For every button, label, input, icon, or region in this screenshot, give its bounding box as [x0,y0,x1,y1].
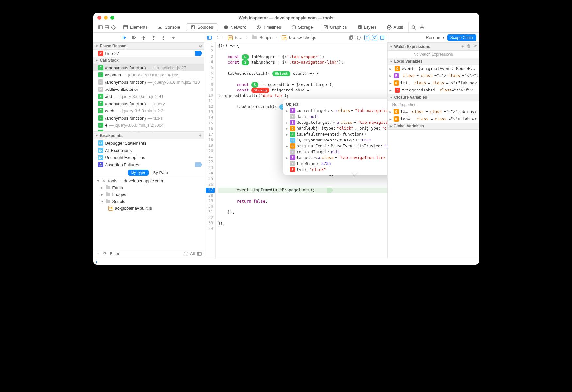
global-variables-header[interactable]: ▶Global Variables [388,122,479,130]
breadcrumb-file[interactable]: tab-switcher.js [289,35,316,40]
call-stack-frame[interactable]: F(anonymous function) — jquery [93,129,204,131]
tab-audit[interactable]: Audit [383,23,408,31]
filter-input[interactable] [110,251,181,256]
close-icon[interactable] [97,16,101,20]
filter-all-label[interactable]: All [190,251,195,256]
breadcrumb-root[interactable]: to… [235,35,243,40]
scope-chain-button[interactable]: Scope Chain [447,34,476,41]
call-stack-frame[interactable]: Feach — jquery-3.6.0.min.js:2:3 [93,107,204,114]
console-bar[interactable]: › [93,258,479,265]
popover-property[interactable]: N data: null [286,114,387,120]
svg-rect-31 [380,36,384,39]
step-out-icon[interactable] [151,35,156,40]
tab-network[interactable]: Network [219,23,251,31]
watch-expressions-header[interactable]: ▼Watch Expressions ＋ 🗑 ⟳ [388,42,479,51]
variable-row[interactable]: ▶OtabAnchors: S [<class="v">a class=clas… [388,108,479,115]
call-stack-frame[interactable]: Fadd — jquery-3.6.0.min.js:2:41 [93,93,204,100]
add-icon[interactable]: ＋ [96,251,100,257]
file-row[interactable]: JSac-globalnav.built.js [93,205,204,212]
step-icon[interactable] [161,35,166,40]
tab-timelines[interactable]: Timelines [252,23,286,31]
type-chip-c[interactable]: C [372,35,377,40]
breakpoint-item[interactable]: DDebugger Statements [93,139,204,147]
variable-row[interactable]: ▶OtriggeredTab: S [<class="v">a class=cl… [388,79,479,87]
call-stack-frame[interactable]: Fdispatch — jquery-3.6.0.min.js:2:43069 [93,71,204,78]
popover-property[interactable]: N timeStamp: 5735 [286,161,387,167]
breakpoints-header[interactable]: ▼Breakpoints ＋ [93,131,204,139]
delete-watch-icon[interactable]: 🗑 [467,44,471,49]
call-stack-frame[interactable]: F(anonymous function) — jquery [93,100,204,107]
copy-icon[interactable] [349,35,354,40]
gear-icon[interactable] [420,25,424,30]
clear-icon[interactable]: ⊘ [199,44,202,48]
minimize-icon[interactable] [104,16,108,20]
scope-icon[interactable] [197,252,202,256]
search-icon[interactable] [411,25,416,30]
pretty-print-icon[interactable]: {} [356,35,362,40]
popover-property[interactable]: S type: "click" [286,167,387,172]
tab-console[interactable]: Console [154,23,185,31]
target-icon[interactable] [111,25,116,30]
tab-sources[interactable]: Sources [186,23,218,31]
tab-elements[interactable]: Elements [119,23,152,31]
closure-variables-header[interactable]: ▼Closure Variables [388,94,479,101]
popover-property[interactable]: ▶F isDefaultPrevented: function() [286,131,387,137]
svg-rect-27 [207,36,211,39]
type-chip-t[interactable]: T [364,35,369,40]
step-next-icon[interactable] [171,35,175,40]
step-over-icon[interactable] [132,35,136,40]
step-into-icon[interactable] [141,35,146,40]
tree-root[interactable]: ▼ ⎋ tools — developer.apple.com [93,177,204,184]
line-gutter[interactable]: 1234567891011121314151617181920212223242… [204,42,216,258]
add-breakpoint-icon[interactable]: ＋ [198,133,202,138]
dock-left-icon[interactable] [98,25,103,30]
add-watch-icon[interactable]: ＋ [461,44,465,49]
local-variables-header[interactable]: ▼Local Variables [388,58,479,65]
breadcrumb-folder[interactable]: Scripts [259,35,272,40]
refresh-icon[interactable]: ⟳ [474,44,477,49]
object-popover: Object ▶E currentTarget: <a class="tab-n… [283,99,387,175]
call-stack-frame[interactable]: F(anonymous function) — tab-switcher.js:… [93,64,204,71]
variable-row[interactable]: ▶OtabWrapper: S [<class="v">div class=cl… [388,115,479,122]
call-stack-frame[interactable]: Fe — jquery-3.6.0.min.js:2:3004 [93,122,204,129]
popover-property[interactable]: N relatedTarget: null [286,149,387,155]
popover-property[interactable]: ▶O originalEvent: MouseEvent {isTrusted:… [286,143,387,149]
folder-row[interactable]: ▼Scripts [93,198,204,205]
toggle-right-sidebar-icon[interactable] [380,35,384,40]
variable-row[interactable]: ▶Oevent: {originalEvent: MouseEvent [388,65,479,72]
tab-graphics[interactable]: Graphics [319,23,351,31]
breakpoint-item[interactable]: ExAll Exceptions [93,147,204,154]
js-file-icon: JS [282,35,286,40]
nav-back-icon[interactable]: 〈 [214,35,219,41]
folder-row[interactable]: ▶Fonts [93,184,204,191]
popover-property[interactable]: B jQuery36008924375739412791: true [286,137,387,143]
variable-row[interactable]: ▶Ethis: <class="v">a class=class="s">cla… [388,72,479,79]
tab-storage[interactable]: Storage [287,23,318,31]
variable-row[interactable]: ▶StriggeredTabId: class="s">"five" [388,87,479,94]
dock-bottom-icon[interactable] [105,25,109,30]
breakpoint-item[interactable]: AAssertion Failures [93,161,204,168]
by-path-button[interactable]: By Path [152,170,170,176]
folder-row[interactable]: ▶Images [93,191,204,198]
call-stack-header[interactable]: ▼Call Stack [93,57,204,64]
popover-property[interactable]: ▶E delegateTarget: <a class="tab-navigat… [286,120,387,125]
popover-property[interactable]: ▶E currentTarget: <a class="tab-navigati… [286,108,387,114]
call-stack-frame[interactable]: F(anonymous function) — jquery-3.6.0.min… [93,78,204,86]
svg-rect-2 [105,26,109,29]
resource-label[interactable]: Resource [426,35,444,40]
popover-property[interactable]: ▶E target: <a class="tab-navigation-link… [286,155,387,161]
breakpoint-item[interactable]: ExUncaught Exceptions [93,154,204,161]
svg-rect-9 [124,26,128,29]
popover-property[interactable]: ▶O handleObj: {type: "click", origType: … [286,125,387,131]
toggle-left-sidebar-icon[interactable] [207,35,212,40]
tab-layers[interactable]: Layers [353,23,381,31]
info-icon[interactable]: ! [184,252,188,256]
by-type-button[interactable]: By Type [128,170,149,176]
call-stack-frame[interactable]: NaddEventListener [93,86,204,93]
resume-icon[interactable] [122,35,126,40]
pause-reason-header[interactable]: ▼Pause Reason ⊘ [93,42,204,50]
zoom-icon[interactable] [110,16,114,20]
svg-point-25 [153,39,154,40]
call-stack-frame[interactable]: F(anonymous function) — tab-s [93,114,204,122]
js-file-icon: JS [228,35,233,40]
